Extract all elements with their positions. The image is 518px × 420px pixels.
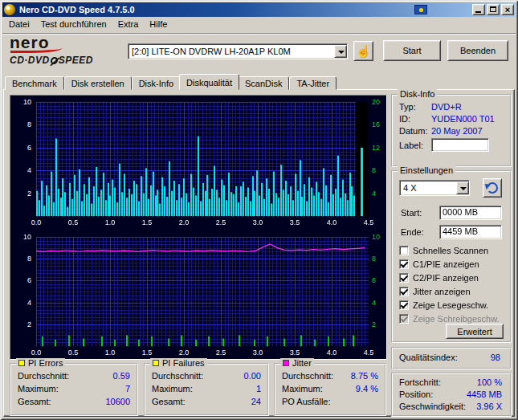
speed-selector-dropdown-button[interactable]: [456, 181, 469, 194]
axis-tick: 2: [10, 321, 31, 328]
axis-tick: 2.5: [212, 349, 230, 357]
drive-selector[interactable]: [2:0] LITE-ON DVDRW LH-20A1P KL0M: [128, 43, 348, 59]
axis-tick: 8: [10, 121, 31, 128]
axis-tick: 1.5: [138, 349, 156, 357]
tab-disk-info[interactable]: Disk-Info: [132, 76, 181, 90]
speed-label: Geschwindigkeit:: [399, 402, 466, 411]
minimize-button[interactable]: [472, 4, 485, 15]
refresh-button[interactable]: [483, 178, 502, 198]
axis-tick: 10: [372, 234, 380, 241]
jitter-title: Jitter: [292, 358, 312, 368]
eject-hand-button[interactable]: ☝: [353, 41, 373, 61]
tab-diskqualitaet[interactable]: Diskqualität: [179, 74, 239, 90]
axis-tick: 1.0: [101, 349, 119, 357]
pi-failures-jitter-chart: [36, 237, 369, 346]
checkbox-c1-pie-anzeigen[interactable]: C1/PIE anzeigen: [399, 259, 479, 269]
checkbox-schnelles-scannen[interactable]: Schnelles Scannen: [399, 246, 488, 255]
scan-start-field[interactable]: 0000 MB: [439, 206, 502, 220]
menu-hilfe[interactable]: Hilfe: [144, 18, 173, 32]
tab-scandisk[interactable]: ScanDisk: [238, 76, 289, 90]
checkbox-c2-pif-anzeigen[interactable]: C2/PIF anzeigen: [399, 273, 479, 283]
menu-test-durchfuehren[interactable]: Test durchführen: [35, 18, 112, 32]
quit-button[interactable]: Beenden: [447, 40, 508, 61]
checkbox-jitter-anzeigen[interactable]: Jitter anzeigen: [399, 287, 471, 296]
checkbox-label: C1/PIE anzeigen: [413, 259, 479, 269]
tab-disk-erstellen[interactable]: Disk erstellen: [64, 76, 132, 90]
checkbox-label: C2/PIF anzeigen: [413, 273, 479, 283]
axis-tick: 20: [372, 99, 380, 106]
stat-row: Gesamt: 24: [152, 397, 261, 406]
menu-extra[interactable]: Extra: [112, 18, 145, 32]
stat-row: Durchschnitt: 0.00: [152, 371, 261, 381]
tab-strip: Benchmark Disk erstellen Disk-Info Diskq…: [5, 74, 336, 90]
speed-selector[interactable]: 4 X: [399, 180, 470, 196]
checkbox-icon: [399, 314, 409, 324]
stat-label: Maximum:: [282, 384, 323, 393]
stat-value: 8.75 %: [351, 371, 378, 381]
minimize-icon: [475, 11, 481, 13]
checkbox-label: Zeige Lesegeschw.: [413, 300, 488, 310]
position-value: 4458 MB: [467, 389, 502, 399]
start-button[interactable]: Start: [383, 40, 441, 61]
axis-tick: 2.5: [212, 219, 230, 226]
axis-tick: 4.5: [360, 219, 377, 226]
stat-row: Gesamt: 10600: [18, 397, 130, 406]
checkbox-icon: [399, 287, 409, 296]
axis-tick: 8: [372, 255, 376, 263]
nero-logo: nero CD·DVD SPEED: [10, 35, 122, 66]
app-window: Nero CD-DVD Speed 4.7.5.0 × Datei Test d…: [0, 0, 518, 420]
stat-row: Durchschnitt: 8.75 %: [282, 371, 378, 381]
axis-tick: 2: [372, 321, 376, 328]
axis-tick: 0.5: [64, 349, 82, 357]
drive-selector-dropdown-button[interactable]: [334, 45, 347, 58]
quality-charts: 108642201612840.00.51.01.52.02.53.03.54.…: [10, 95, 387, 360]
stat-label: Maximum:: [18, 384, 59, 393]
quality-index-value: 98: [491, 353, 500, 362]
axis-tick: 4.5: [360, 349, 377, 357]
tab-ta-jitter[interactable]: TA-Jitter: [289, 76, 336, 90]
window-title: Nero CD-DVD Speed 4.7.5.0: [19, 5, 135, 14]
checkbox-icon: [399, 300, 409, 310]
disc-icon: [50, 57, 58, 64]
disk-typ-value: DVD+R: [431, 102, 462, 112]
progress-group: Fortschritt: 100 % Position: 4458 MB Ges…: [391, 373, 512, 417]
stat-value: 1: [256, 384, 261, 393]
disk-id-label: ID:: [399, 114, 410, 124]
title-bar[interactable]: Nero CD-DVD Speed 4.7.5.0 ×: [2, 2, 516, 17]
jitter-caption: Jitter: [280, 358, 314, 368]
logo-speed-text: SPEED: [59, 55, 93, 66]
scan-end-field[interactable]: 4459 MB: [439, 225, 502, 239]
speed-selector-value: 4 X: [403, 183, 456, 193]
jitter-group: Jitter Durchschnitt: 8.75 % Maximum: 9.4…: [274, 363, 386, 416]
checkbox-label: Jitter anzeigen: [413, 287, 471, 296]
axis-tick: 4: [372, 190, 376, 198]
advanced-button[interactable]: Erweitert: [446, 324, 504, 339]
close-icon: ×: [502, 4, 513, 15]
pi-failures-legend-icon: [153, 360, 159, 366]
titlebar-badge-icon: [414, 5, 427, 14]
axis-tick: 0.0: [27, 349, 45, 357]
stat-label: Maximum:: [152, 384, 193, 393]
hand-icon: ☝: [356, 45, 371, 57]
stat-row: Maximum: 7: [18, 384, 130, 393]
menu-bar: Datei Test durchführen Extra Hilfe: [3, 18, 515, 32]
checkbox-icon: [399, 259, 409, 269]
axis-tick: 10: [10, 99, 31, 106]
stat-label: Durchschnitt:: [18, 371, 69, 381]
axis-tick: 2: [10, 190, 31, 198]
stat-row: Maximum: 1: [152, 384, 261, 393]
pi-errors-legend-icon: [18, 360, 25, 366]
axis-tick: 1.5: [138, 219, 156, 226]
stat-value: 10600: [105, 397, 130, 406]
maximize-button[interactable]: [487, 4, 500, 15]
axis-tick: 3.5: [286, 219, 304, 226]
disk-info-group: Disk-Info Typ: DVD+R ID: YUDEN000 T01 Da…: [391, 94, 512, 167]
pi-errors-title: PI Errors: [28, 358, 63, 368]
stat-label: Gesamt:: [152, 397, 186, 406]
tab-benchmark[interactable]: Benchmark: [5, 76, 64, 90]
menu-datei[interactable]: Datei: [3, 18, 35, 32]
pi-errors-group: PI Errors Durchschnitt: 0.59 Maximum: 7 …: [10, 363, 138, 416]
checkbox-zeige-lesegeschw[interactable]: Zeige Lesegeschw.: [399, 300, 488, 310]
disk-label-field[interactable]: [431, 138, 489, 152]
close-button[interactable]: ×: [501, 4, 514, 15]
